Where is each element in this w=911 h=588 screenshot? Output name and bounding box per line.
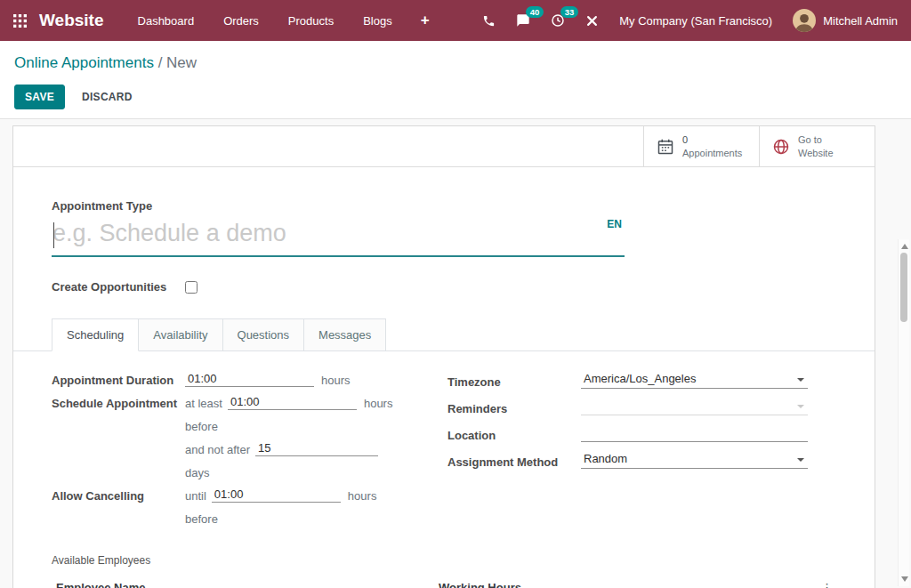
appointments-stat-button[interactable]: 0 Appointments: [643, 126, 759, 166]
allow-cancelling-prefix: until: [185, 489, 206, 503]
column-working-hours[interactable]: Working Hours: [439, 581, 817, 588]
messages-icon[interactable]: 40: [516, 13, 530, 28]
chevron-down-icon: [797, 458, 804, 462]
assignment-method-select[interactable]: Random: [581, 451, 808, 469]
breadcrumb-current: New: [166, 54, 197, 71]
activities-badge: 33: [560, 6, 578, 18]
app-title[interactable]: Website: [39, 11, 104, 30]
calendar-icon: [657, 138, 674, 156]
company-switcher[interactable]: My Company (San Francisco): [619, 14, 772, 28]
schedule-appointment-input[interactable]: [228, 394, 357, 410]
control-panel: SAVE DISCARD: [0, 76, 911, 121]
main-menu: Dashboard Orders Products Blogs: [136, 11, 394, 31]
allow-cancelling-before-text: before: [185, 512, 218, 526]
schedule-appointment-field: Schedule Appointment at least hours: [52, 394, 447, 410]
tab-availability[interactable]: Availability: [139, 318, 222, 351]
new-content-plus-icon[interactable]: +: [421, 12, 430, 29]
schedule-appointment-before-text: before: [185, 420, 218, 433]
appointments-label: Appointments: [682, 148, 742, 158]
allow-cancelling-field: Allow Cancelling until hours: [52, 487, 447, 503]
reminders-label: Reminders: [447, 402, 581, 415]
schedule-appointment-unit: hours: [364, 397, 393, 410]
globe-icon: [772, 138, 790, 156]
schedule-appointment-label: Schedule Appointment: [52, 397, 185, 410]
form-view-container: 0 Appointments Go to Website Appointment…: [0, 118, 911, 588]
appointment-type-input[interactable]: [52, 218, 625, 257]
scroll-down-arrow-icon[interactable]: [901, 576, 908, 582]
timezone-field: Timezone America/Los_Angeles: [447, 371, 837, 389]
nav-menu-dashboard[interactable]: Dashboard: [136, 11, 197, 31]
tab-scheduling[interactable]: Scheduling: [52, 318, 139, 351]
tab-messages[interactable]: Messages: [304, 318, 386, 351]
appointment-duration-label: Appointment Duration: [52, 374, 185, 387]
available-employees-label: Available Employees: [52, 554, 837, 567]
timezone-select[interactable]: America/Los_Angeles: [581, 371, 808, 389]
assignment-method-field: Assignment Method Random: [447, 451, 837, 469]
allow-cancelling-unit: hours: [348, 489, 377, 503]
column-employee-name[interactable]: Employee Name: [56, 581, 439, 588]
appointment-duration-field: Appointment Duration hours: [52, 371, 447, 387]
create-opportunities-checkbox[interactable]: [185, 281, 198, 294]
tab-questions[interactable]: Questions: [223, 318, 305, 351]
user-menu[interactable]: Mitchell Admin: [793, 9, 898, 32]
max-schedule-days-prefix: and not after: [185, 443, 250, 456]
appointment-type-field: EN: [52, 218, 625, 257]
max-schedule-days-unit: days: [185, 466, 209, 479]
breadcrumb-separator: /: [158, 54, 163, 71]
allow-cancelling-input[interactable]: [212, 487, 341, 503]
timezone-label: Timezone: [447, 375, 581, 389]
activities-clock-icon[interactable]: 33: [551, 13, 565, 28]
assignment-method-label: Assignment Method: [447, 455, 581, 469]
tools-icon[interactable]: [585, 14, 599, 28]
create-opportunities-label: Create Opportunities: [52, 280, 185, 294]
save-button[interactable]: SAVE: [14, 85, 65, 109]
reminders-field: Reminders: [447, 398, 837, 415]
optional-columns-dots-icon[interactable]: ⋮: [817, 581, 833, 588]
appointments-count: 0: [682, 134, 688, 145]
messages-badge: 40: [526, 6, 544, 18]
location-field: Location: [447, 424, 837, 442]
stat-button-box: 0 Appointments Go to Website: [13, 126, 875, 167]
scheduling-tab-content: Appointment Duration hours Schedule Appo…: [52, 371, 837, 533]
user-name: Mitchell Admin: [823, 14, 898, 28]
go-to-website-button[interactable]: Go to Website: [759, 126, 875, 166]
breadcrumb-parent-link[interactable]: Online Appointments: [14, 54, 154, 71]
notebook-tabs: Scheduling Availability Questions Messag…: [52, 318, 837, 351]
reminders-select[interactable]: [581, 398, 808, 415]
location-input[interactable]: [581, 424, 808, 442]
schedule-appointment-prefix: at least: [185, 397, 222, 410]
nav-menu-products[interactable]: Products: [286, 11, 335, 31]
max-schedule-days-field: and not after: [52, 440, 447, 456]
employees-table: Employee Name Working Hours ⋮ Add a line: [52, 575, 837, 588]
go-to-website-line2: Website: [798, 148, 834, 158]
nav-menu-orders[interactable]: Orders: [222, 11, 261, 31]
vertical-scrollbar[interactable]: [898, 239, 909, 586]
text-cursor: [53, 222, 54, 248]
discard-button[interactable]: DISCARD: [72, 85, 142, 109]
apps-grid-icon[interactable]: [13, 14, 27, 28]
scroll-up-arrow-icon[interactable]: [901, 244, 908, 249]
breadcrumb: Online Appointments / New: [0, 41, 911, 76]
max-schedule-days-input[interactable]: [255, 440, 378, 456]
chevron-down-icon: [797, 405, 804, 408]
location-label: Location: [447, 429, 581, 442]
phone-icon[interactable]: [482, 14, 496, 28]
top-navbar: Website Dashboard Orders Products Blogs …: [0, 0, 911, 41]
chevron-down-icon: [797, 378, 804, 382]
language-badge[interactable]: EN: [607, 218, 622, 230]
allow-cancelling-label: Allow Cancelling: [52, 489, 185, 503]
go-to-website-line1: Go to: [798, 134, 822, 145]
create-opportunities-field: Create Opportunities: [52, 280, 837, 294]
scrollbar-thumb[interactable]: [900, 253, 907, 322]
appointment-duration-unit: hours: [321, 374, 351, 387]
form-sheet: 0 Appointments Go to Website Appointment…: [12, 125, 875, 588]
appointment-duration-input[interactable]: [185, 371, 314, 387]
avatar: [793, 9, 816, 32]
employees-table-header: Employee Name Working Hours ⋮: [52, 575, 837, 588]
appointment-type-label: Appointment Type: [52, 199, 837, 213]
nav-menu-blogs[interactable]: Blogs: [361, 11, 394, 31]
